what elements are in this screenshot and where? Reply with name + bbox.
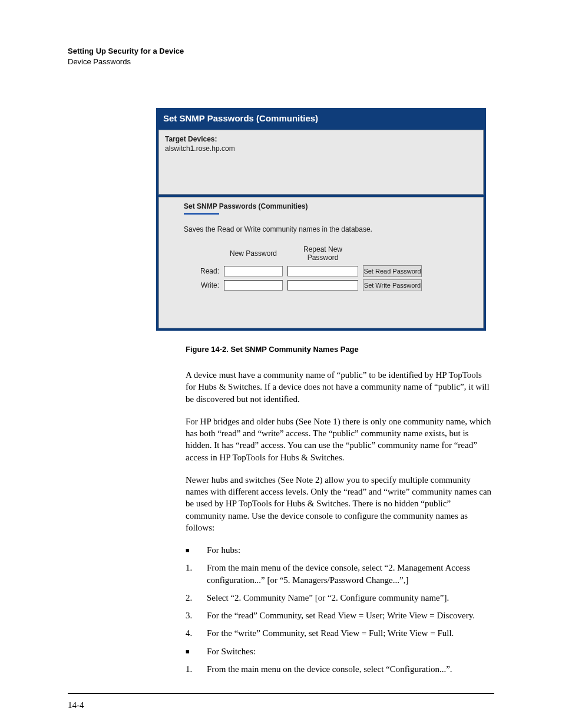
list-number: 1. xyxy=(186,663,207,675)
paragraph: For HP bridges and older hubs (See Note … xyxy=(186,416,492,463)
row-read-label: Read: xyxy=(184,267,219,275)
list-number: 2. xyxy=(186,592,207,604)
body-text: A device must have a community name of “… xyxy=(186,369,492,675)
col-new-password: New Password xyxy=(224,249,283,258)
snmp-panel: Set SNMP Passwords (Communities) Target … xyxy=(156,108,486,331)
list-item-text: From the main menu of the device console… xyxy=(207,562,492,586)
header-title: Setting Up Security for a Device xyxy=(68,46,494,57)
target-devices-value: alswitch1.rose.hp.com xyxy=(165,144,477,153)
list-number: 3. xyxy=(186,610,207,621)
list-item-text: Select “2. Community Name” [or “2. Confi… xyxy=(207,592,492,604)
list-item: 3. For the “read” Community, set Read Vi… xyxy=(186,610,492,621)
list-item-text: For Switches: xyxy=(207,645,492,657)
read-repeat-password-input[interactable] xyxy=(287,266,358,276)
paragraph: A device must have a community name of “… xyxy=(186,369,492,405)
page-number: 14-4 xyxy=(68,700,84,710)
target-devices-pane: Target Devices: alswitch1.rose.hp.com xyxy=(158,130,484,195)
figure-caption: Figure 14-2. Set SNMP Community Names Pa… xyxy=(186,345,494,354)
password-grid: New Password Repeat New Password Read: S… xyxy=(165,233,477,292)
paragraph: Newer hubs and switches (See Note 2) all… xyxy=(186,474,492,533)
set-read-password-button[interactable]: Set Read Password xyxy=(363,265,422,277)
read-new-password-input[interactable] xyxy=(224,266,283,276)
list-item: ■ For Switches: xyxy=(186,645,492,657)
row-read: Read: Set Read Password xyxy=(184,264,477,278)
list-item: 4. For the “write” Community, set Read V… xyxy=(186,627,492,639)
list-number: 1. xyxy=(186,562,207,586)
list-item: ■ For hubs: xyxy=(186,544,492,556)
section-title: Set SNMP Passwords (Communities) xyxy=(165,202,477,210)
write-new-password-input[interactable] xyxy=(224,280,283,291)
footer-rule xyxy=(68,693,494,694)
write-repeat-password-input[interactable] xyxy=(287,280,358,291)
page-header: Setting Up Security for a Device Device … xyxy=(68,46,494,67)
target-devices-label: Target Devices: xyxy=(165,135,477,143)
list-number: 4. xyxy=(186,627,207,639)
section-description: Saves the Read or Write community names … xyxy=(165,215,477,233)
row-write-label: Write: xyxy=(184,281,219,289)
list-item-text: For the “write” Community, set Read View… xyxy=(207,627,492,639)
grid-header: New Password Repeat New Password xyxy=(184,244,477,264)
list-item: 2. Select “2. Community Name” [or “2. Co… xyxy=(186,592,492,604)
col-repeat-password: Repeat New Password xyxy=(287,245,358,262)
list-item-text: For the “read” Community, set Read View … xyxy=(207,610,492,621)
set-passwords-pane: Set SNMP Passwords (Communities) Saves t… xyxy=(158,197,484,328)
panel-title: Set SNMP Passwords (Communities) xyxy=(156,108,486,130)
bullet-icon: ■ xyxy=(186,544,207,556)
list-item-text: From the main menu on the device console… xyxy=(207,663,492,675)
bullet-icon: ■ xyxy=(186,645,207,657)
header-subtitle: Device Passwords xyxy=(68,57,494,67)
list-item: 1. From the main menu on the device cons… xyxy=(186,663,492,675)
list-item-text: For hubs: xyxy=(207,544,492,556)
list-item: 1. From the main menu of the device cons… xyxy=(186,562,492,586)
set-write-password-button[interactable]: Set Write Password xyxy=(363,279,422,291)
row-write: Write: Set Write Password xyxy=(184,278,477,292)
